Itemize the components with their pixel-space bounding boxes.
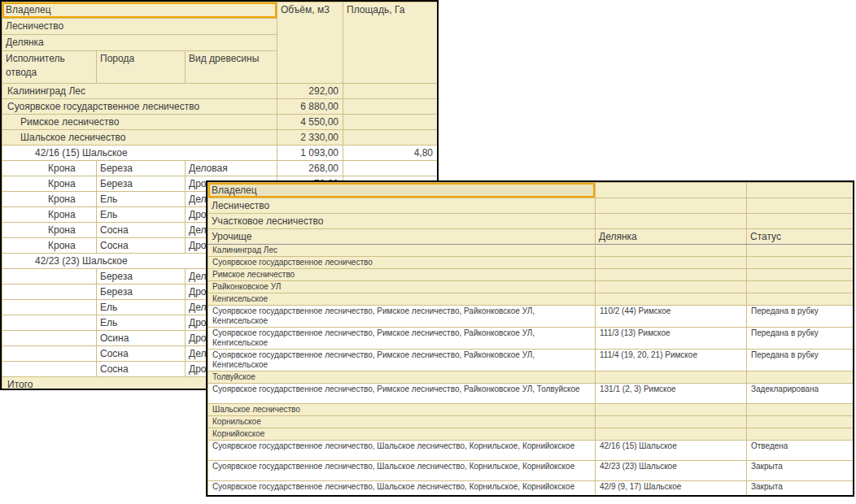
cell-species[interactable]: Береза (97, 285, 186, 300)
cell-plot[interactable]: 42/23 (23) Шальское (596, 461, 747, 481)
cell-group-label[interactable]: Римское лесничество (208, 269, 596, 281)
cell-status[interactable] (747, 257, 854, 269)
cell-group-label[interactable]: Суоярвское государственное лесничество (208, 257, 596, 269)
cell-group-label[interactable]: Кенгисельское (208, 293, 596, 306)
cell-label[interactable]: Шальское лесничество (2, 130, 277, 146)
cell-group-label[interactable]: Толвуйское (208, 371, 596, 384)
cell-wood-kind[interactable]: Деловая (186, 161, 277, 176)
cell-executor[interactable]: Крона (2, 192, 97, 207)
cell-plot[interactable] (596, 404, 747, 416)
cell-path[interactable]: Суоярвское государственное лесничество, … (208, 306, 596, 328)
cell-executor[interactable] (2, 346, 97, 362)
cell-species[interactable]: Сосна (97, 238, 186, 254)
cell-plot[interactable] (596, 257, 747, 269)
cell-path[interactable]: Суоярвское государственное лесничество, … (208, 441, 596, 461)
cell-path[interactable]: Суоярвское государственное лесничество, … (208, 384, 596, 404)
cell-status[interactable]: Передана в рубку (747, 306, 854, 328)
cell-status[interactable]: Закрыта (747, 461, 854, 481)
cell-species[interactable]: Береза (97, 176, 186, 192)
cell-executor[interactable]: Крона (2, 207, 97, 223)
cell-area[interactable] (343, 99, 438, 115)
cell-plot[interactable] (596, 428, 747, 441)
cell-executor[interactable] (2, 362, 97, 377)
cell-plot[interactable]: 111/3 (13) Римское (596, 328, 747, 350)
cell-species[interactable]: Осина (97, 331, 186, 346)
cell-status[interactable]: Задекларирована (747, 384, 854, 404)
cell-species[interactable]: Сосна (97, 362, 186, 377)
cell-volume[interactable]: 1 093,00 (277, 146, 343, 161)
cell-status[interactable]: Отведена (747, 441, 854, 461)
cell-species[interactable]: Ель (97, 315, 186, 331)
header-cell-plot[interactable]: Делянка (2, 35, 277, 51)
cell-executor[interactable] (2, 269, 97, 285)
cell-volume[interactable]: 4 550,00 (277, 115, 343, 130)
header-cell-empty[interactable] (596, 183, 747, 198)
header-cell-empty[interactable] (747, 198, 854, 214)
cell-volume[interactable]: 292,00 (277, 84, 343, 99)
cell-group-label[interactable]: Шальское лесничество (208, 404, 596, 416)
cell-executor[interactable]: Крона (2, 176, 97, 192)
header-cell-owner[interactable]: Владелец (2, 2, 277, 19)
cell-area[interactable] (343, 161, 438, 176)
cell-path[interactable]: Суоярвское государственное лесничество, … (208, 461, 596, 481)
header-cell-owner[interactable]: Владелец (208, 183, 596, 198)
cell-path[interactable]: Суоярвское государственное лесничество, … (208, 481, 596, 497)
cell-executor[interactable] (2, 300, 97, 315)
cell-label[interactable]: Калининград Лес (2, 84, 277, 99)
header-cell-volume[interactable]: Объём, м3 (277, 2, 343, 84)
cell-species[interactable]: Сосна (97, 223, 186, 238)
cell-species[interactable]: Ель (97, 192, 186, 207)
cell-group-label[interactable]: Корнильское (208, 416, 596, 428)
cell-status[interactable]: Закрыта (747, 481, 854, 497)
cell-status[interactable] (747, 371, 854, 384)
cell-status[interactable] (747, 404, 854, 416)
header-cell-tract[interactable]: Урочище (208, 229, 596, 245)
cell-status[interactable] (747, 281, 854, 293)
cell-plot[interactable] (596, 281, 747, 293)
header-cell-empty[interactable] (747, 214, 854, 229)
cell-executor[interactable]: Крона (2, 223, 97, 238)
cell-executor[interactable]: Крона (2, 238, 97, 254)
header-cell-district[interactable]: Участковое лесничество (208, 214, 596, 229)
cell-label[interactable]: Суоярвское государственное лесничество (2, 99, 277, 115)
cell-species[interactable]: Сосна (97, 346, 186, 362)
cell-label[interactable]: 42/16 (15) Шальское (2, 146, 277, 161)
header-cell-area[interactable]: Площадь, Га (343, 2, 438, 84)
header-cell-species[interactable]: Порода (97, 51, 186, 84)
cell-plot[interactable]: 110/2 (44) Римское (596, 306, 747, 328)
cell-executor[interactable] (2, 315, 97, 331)
cell-plot[interactable]: 42/9 (9, 17) Шальское (596, 481, 747, 497)
cell-plot[interactable] (596, 416, 747, 428)
cell-volume[interactable]: 2 330,00 (277, 130, 343, 146)
cell-species[interactable]: Ель (97, 300, 186, 315)
cell-plot[interactable] (596, 245, 747, 257)
cell-plot[interactable] (596, 293, 747, 306)
header-cell-status[interactable]: Статус (747, 229, 854, 245)
cell-executor[interactable] (2, 331, 97, 346)
cell-status[interactable] (747, 269, 854, 281)
header-cell-executor[interactable]: Исполнитель отвода (2, 51, 97, 84)
header-cell-wood-kind[interactable]: Вид древесины (186, 51, 277, 84)
cell-area[interactable] (343, 115, 438, 130)
cell-status[interactable] (747, 293, 854, 306)
cell-executor[interactable]: Крона (2, 161, 97, 176)
cell-plot[interactable]: 111/4 (19, 20, 21) Римское (596, 350, 747, 371)
header-cell-empty[interactable] (596, 198, 747, 214)
cell-group-label[interactable]: Райконковское УЛ (208, 281, 596, 293)
cell-species[interactable]: Береза (97, 269, 186, 285)
cell-area[interactable]: 4,80 (343, 146, 438, 161)
cell-plot[interactable] (596, 371, 747, 384)
cell-status[interactable]: Передана в рубку (747, 328, 854, 350)
cell-area[interactable] (343, 130, 438, 146)
cell-plot[interactable] (596, 269, 747, 281)
cell-volume[interactable]: 268,00 (277, 161, 343, 176)
cell-executor[interactable] (2, 285, 97, 300)
cell-species[interactable]: Ель (97, 207, 186, 223)
cell-plot[interactable]: 131/1 (2, 3) Римское (596, 384, 747, 404)
cell-path[interactable]: Суоярвское государственное лесничество, … (208, 328, 596, 350)
header-cell-empty[interactable] (596, 214, 747, 229)
header-cell-plot[interactable]: Делянка (596, 229, 747, 245)
cell-area[interactable] (343, 84, 438, 99)
cell-group-label[interactable]: Калининград Лес (208, 245, 596, 257)
cell-species[interactable]: Береза (97, 161, 186, 176)
